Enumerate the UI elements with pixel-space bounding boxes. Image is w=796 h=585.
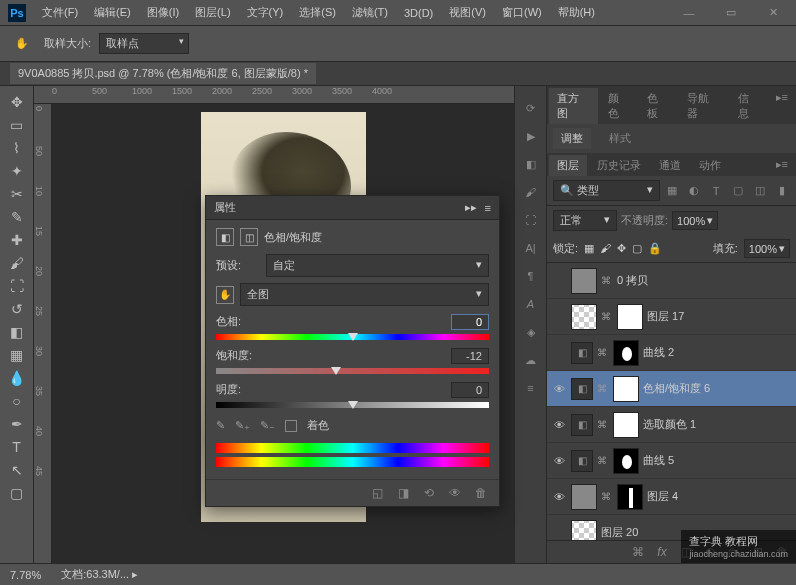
link-layers-icon[interactable]: ⌘ — [630, 545, 646, 559]
colorize-checkbox[interactable] — [285, 420, 297, 432]
filter-toggle-icon[interactable]: ▮ — [774, 183, 790, 199]
layer-mask-link-icon[interactable]: ⌘ — [597, 419, 609, 430]
libraries-panel-icon[interactable]: ☁ — [519, 348, 543, 372]
menu-help[interactable]: 帮助(H) — [550, 5, 603, 20]
layer-name[interactable]: 图层 17 — [647, 309, 792, 324]
tab-history[interactable]: 历史记录 — [589, 155, 649, 176]
tab-histogram[interactable]: 直方图 — [549, 88, 598, 124]
layer-mask-link-icon[interactable]: ⌘ — [597, 455, 609, 466]
paragraph-panel-icon[interactable]: A| — [519, 236, 543, 260]
tab-swatches[interactable]: 色板 — [639, 88, 677, 124]
layers-list[interactable]: ⌘0 拷贝⌘图层 17◧⌘曲线 2👁◧⌘色相/饱和度 6👁◧⌘选取颜色 1👁◧⌘… — [547, 263, 796, 540]
menu-view[interactable]: 视图(V) — [441, 5, 494, 20]
layer-thumbnail[interactable] — [571, 520, 597, 541]
tab-actions[interactable]: 动作 — [691, 155, 729, 176]
layer-visibility-toggle[interactable]: 👁 — [551, 419, 567, 431]
layer-thumbnail[interactable] — [571, 484, 597, 510]
gradient-tool[interactable]: ▦ — [5, 344, 29, 366]
pen-tool[interactable]: ✒ — [5, 413, 29, 435]
menu-file[interactable]: 文件(F) — [34, 5, 86, 20]
brush-tool[interactable]: 🖌 — [5, 252, 29, 274]
menu-window[interactable]: 窗口(W) — [494, 5, 550, 20]
layer-mask-thumbnail[interactable] — [617, 484, 643, 510]
fill-input[interactable]: 100%▾ — [744, 239, 790, 258]
adjustment-layer-thumb[interactable]: ◧ — [571, 378, 593, 400]
delete-adjustment-icon[interactable]: 🗑 — [473, 486, 489, 500]
layer-name[interactable]: 曲线 2 — [643, 345, 792, 360]
properties-panel-icon[interactable]: ◧ — [519, 152, 543, 176]
window-maximize-button[interactable]: ▭ — [716, 3, 746, 23]
properties-panel[interactable]: 属性 ▸▸ ≡ ◧ ◫ 色相/饱和度 预设: 自定▾ ✋ 全图▾ 色相: 0 饱… — [205, 195, 500, 507]
panel-menu-icon[interactable]: ▸≡ — [770, 88, 794, 124]
layer-mask-link-icon[interactable]: ⌘ — [597, 347, 609, 358]
lasso-tool[interactable]: ⌇ — [5, 137, 29, 159]
menu-3d[interactable]: 3D(D) — [396, 7, 441, 19]
layer-mask-thumbnail[interactable] — [613, 412, 639, 438]
type-tool[interactable]: T — [5, 436, 29, 458]
zoom-level[interactable]: 7.78% — [10, 569, 41, 581]
panel-menu-icon[interactable]: ≡ — [485, 202, 491, 214]
window-close-button[interactable]: ✕ — [758, 3, 788, 23]
reset-icon[interactable]: ⟲ — [421, 486, 437, 500]
hue-slider[interactable] — [216, 334, 489, 340]
layer-name[interactable]: 色相/饱和度 6 — [643, 381, 792, 396]
layer-mask-thumbnail[interactable] — [617, 304, 643, 330]
layer-row[interactable]: 👁◧⌘色相/饱和度 6 — [547, 371, 796, 407]
history-panel-icon[interactable]: ⟳ — [519, 96, 543, 120]
shape-tool[interactable]: ▢ — [5, 482, 29, 504]
layer-name[interactable]: 0 拷贝 — [617, 273, 792, 288]
adjustment-layer-thumb[interactable]: ◧ — [571, 450, 593, 472]
layer-fx-icon[interactable]: fx — [654, 545, 670, 559]
layer-row[interactable]: 👁⌘图层 4 — [547, 479, 796, 515]
window-minimize-button[interactable]: — — [674, 3, 704, 23]
brushes-panel-icon[interactable]: 🖌 — [519, 180, 543, 204]
magic-wand-tool[interactable]: ✦ — [5, 160, 29, 182]
history-brush-tool[interactable]: ↺ — [5, 298, 29, 320]
adjustment-layer-thumb[interactable]: ◧ — [571, 414, 593, 436]
tab-color[interactable]: 颜色 — [600, 88, 638, 124]
layer-visibility-toggle[interactable]: 👁 — [551, 491, 567, 503]
dodge-tool[interactable]: ○ — [5, 390, 29, 412]
eyedropper-add-icon[interactable]: ✎₊ — [235, 419, 250, 432]
tab-adjustments[interactable]: 调整 — [553, 128, 591, 149]
view-previous-icon[interactable]: ◨ — [395, 486, 411, 500]
layer-thumbnail[interactable] — [571, 304, 597, 330]
eraser-tool[interactable]: ◧ — [5, 321, 29, 343]
preset-dropdown[interactable]: 自定▾ — [266, 254, 489, 277]
layer-visibility-toggle[interactable]: 👁 — [551, 383, 567, 395]
layer-row[interactable]: 👁◧⌘曲线 5 — [547, 443, 796, 479]
channel-dropdown[interactable]: 全图▾ — [240, 283, 489, 306]
menu-filter[interactable]: 滤镜(T) — [344, 5, 396, 20]
eyedropper-set-icon[interactable]: ✎ — [216, 419, 225, 432]
layer-row[interactable]: ⌘图层 17 — [547, 299, 796, 335]
menu-type[interactable]: 文字(Y) — [239, 5, 292, 20]
move-tool[interactable]: ✥ — [5, 91, 29, 113]
menu-image[interactable]: 图像(I) — [139, 5, 187, 20]
filter-smart-icon[interactable]: ◫ — [752, 183, 768, 199]
marquee-tool[interactable]: ▭ — [5, 114, 29, 136]
crop-tool[interactable]: ✂ — [5, 183, 29, 205]
toggle-visibility-icon[interactable]: 👁 — [447, 486, 463, 500]
layer-name[interactable]: 曲线 5 — [643, 453, 792, 468]
actions-panel-icon[interactable]: ▶ — [519, 124, 543, 148]
lock-position-icon[interactable]: ✥ — [617, 242, 626, 255]
saturation-input[interactable]: -12 — [451, 348, 489, 364]
filter-type-icon[interactable]: T — [708, 183, 724, 199]
layer-name[interactable]: 图层 4 — [647, 489, 792, 504]
saturation-slider[interactable] — [216, 368, 489, 374]
eyedropper-tool[interactable]: ✎ — [5, 206, 29, 228]
menu-select[interactable]: 选择(S) — [291, 5, 344, 20]
document-tab[interactable]: 9V0A0885 拷贝.psd @ 7.78% (色相/饱和度 6, 图层蒙版/… — [10, 63, 316, 84]
layer-mask-link-icon[interactable]: ⌘ — [601, 311, 613, 322]
healing-tool[interactable]: ✚ — [5, 229, 29, 251]
filter-shape-icon[interactable]: ▢ — [730, 183, 746, 199]
lock-all-icon[interactable]: 🔒 — [648, 242, 662, 255]
layer-mask-thumbnail[interactable] — [613, 448, 639, 474]
lock-transparency-icon[interactable]: ▦ — [584, 242, 594, 255]
active-tool-icon[interactable]: ✋ — [8, 30, 36, 58]
menu-edit[interactable]: 编辑(E) — [86, 5, 139, 20]
layer-mask-thumbnail[interactable] — [613, 340, 639, 366]
sample-size-dropdown[interactable]: 取样点 — [99, 33, 189, 54]
hue-input[interactable]: 0 — [451, 314, 489, 330]
filter-pixel-icon[interactable]: ▦ — [664, 183, 680, 199]
